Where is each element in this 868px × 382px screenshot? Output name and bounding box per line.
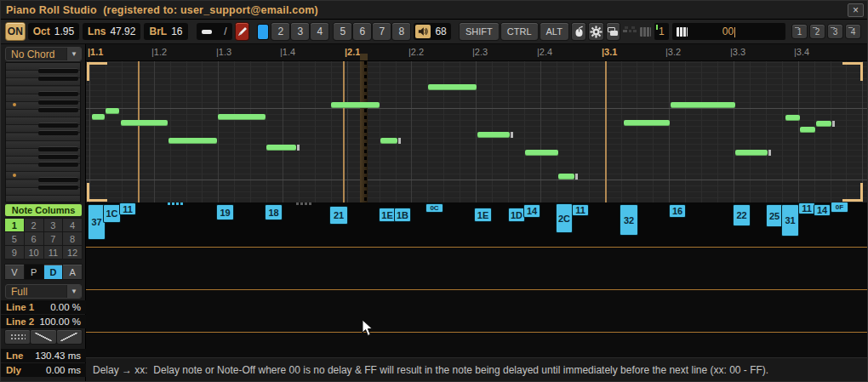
note-column-cell-11[interactable]: 11 (44, 246, 63, 259)
piano-roll-canvas[interactable] (86, 61, 867, 202)
delay-label[interactable]: 2C (557, 204, 572, 232)
black-key[interactable] (38, 107, 78, 112)
note-length-field[interactable]: / (197, 23, 232, 40)
mode-button-v[interactable]: V (5, 265, 24, 279)
playhead-column[interactable] (360, 61, 368, 202)
black-key[interactable] (38, 177, 78, 182)
preset-button-4[interactable]: 4 (846, 25, 860, 38)
delay-label[interactable]: 14 (814, 205, 830, 215)
delay-label[interactable]: 32 (620, 205, 637, 235)
delay-label-row[interactable]: 371C111918211E1B0C1E1D142C11321622253111… (86, 202, 867, 247)
midi-note[interactable] (671, 102, 735, 108)
midi-note[interactable] (624, 120, 670, 126)
note-column-cell-1[interactable]: 1 (5, 219, 24, 231)
delay-label[interactable]: 22 (734, 205, 750, 225)
delay-label[interactable]: 31 (782, 205, 798, 236)
line1-row[interactable]: Line 1 0.00 % (1, 300, 86, 314)
count-button-3[interactable]: 3 (291, 23, 309, 40)
black-key[interactable] (38, 76, 78, 81)
black-key[interactable] (38, 123, 78, 128)
windows-button[interactable] (607, 23, 620, 40)
delay-label[interactable]: 18 (266, 205, 282, 220)
color-swatch-button[interactable] (258, 25, 269, 39)
white-key[interactable] (6, 196, 80, 202)
modifier-button-alt[interactable]: ALT (540, 23, 568, 40)
black-key[interactable] (38, 130, 78, 135)
midi-note[interactable] (785, 115, 800, 121)
volume-field[interactable]: 68 (414, 23, 450, 40)
modifier-button-ctrl[interactable]: CTRL (501, 23, 538, 40)
delay-label[interactable]: 1E (380, 208, 395, 221)
mode-button-p[interactable]: P (25, 265, 43, 279)
automation-lanes[interactable] (86, 247, 867, 357)
preset-button-1[interactable]: 1 (792, 25, 807, 38)
bar-length-field[interactable]: BrL 16 (144, 23, 187, 40)
count-button-2[interactable]: 2 (271, 23, 289, 40)
line2-row[interactable]: Line 2 100.00 % (1, 315, 86, 328)
midi-note[interactable] (428, 84, 477, 90)
delay-label[interactable]: 1B (395, 208, 410, 221)
black-key[interactable] (38, 185, 78, 190)
midi-note[interactable] (525, 150, 558, 156)
note-column-cell-2[interactable]: 2 (25, 219, 43, 231)
chord-select[interactable]: No Chord ▼ (5, 47, 82, 61)
count-button-8[interactable]: 8 (392, 23, 410, 40)
chevron-down-icon[interactable]: ▼ (66, 48, 81, 60)
black-key[interactable] (38, 146, 78, 151)
delay-label[interactable]: 19 (217, 205, 233, 220)
modifier-button-shift[interactable]: SHIFT (460, 23, 499, 40)
note-column-cell-8[interactable]: 8 (63, 232, 82, 245)
speaker-button[interactable] (415, 25, 431, 38)
count-button-6[interactable]: 6 (353, 23, 371, 40)
preset-button-3[interactable]: 3 (828, 25, 842, 38)
midi-note[interactable] (168, 138, 217, 144)
note-column-cell-6[interactable]: 6 (25, 232, 43, 245)
midi-note[interactable] (800, 127, 815, 133)
range-select[interactable]: Full ▼ (5, 284, 82, 299)
delay-label[interactable]: 0F (831, 202, 848, 212)
count-button-5[interactable]: 5 (334, 23, 351, 40)
draw-tool-button[interactable] (236, 23, 249, 40)
delay-label[interactable]: 16 (670, 205, 685, 217)
mode-button-d[interactable]: D (44, 265, 63, 279)
octave-field[interactable]: Oct 1.95 (28, 23, 79, 40)
note-column-cell-12[interactable]: 12 (63, 246, 82, 259)
black-key[interactable] (38, 91, 78, 96)
delay-label[interactable]: 37 (89, 205, 105, 239)
delay-label[interactable]: 11 (799, 203, 814, 214)
midi-note[interactable] (92, 114, 105, 120)
count-button-7[interactable]: 7 (373, 23, 391, 40)
delay-label[interactable]: 11 (120, 203, 135, 214)
delay-label[interactable]: 1E (475, 208, 491, 221)
delay-label[interactable]: 21 (330, 207, 347, 224)
chevron-down-icon[interactable]: ▼ (66, 285, 81, 298)
midi-note[interactable] (266, 145, 296, 151)
midi-note[interactable] (106, 108, 119, 114)
note-column-cell-5[interactable]: 5 (5, 232, 24, 245)
mouse-settings-button[interactable] (572, 23, 585, 40)
mode-button-a[interactable]: A (63, 265, 82, 279)
note-column-cell-4[interactable]: 4 (63, 219, 82, 231)
lines-field[interactable]: Lns 47.92 (83, 23, 140, 40)
delay-label[interactable]: 0C (426, 204, 443, 212)
settings-button[interactable] (589, 23, 602, 40)
black-key[interactable] (38, 162, 78, 167)
preset-button-2[interactable]: 2 (810, 25, 825, 38)
midi-note[interactable] (380, 138, 397, 144)
humanize-button[interactable] (5, 330, 30, 344)
delay-label[interactable]: 25 (767, 205, 782, 226)
black-key[interactable] (38, 100, 78, 105)
delay-label[interactable]: 1D (509, 208, 524, 221)
on-toggle-button[interactable]: ON (6, 23, 25, 40)
delay-label[interactable]: 14 (524, 205, 540, 217)
note-column-cell-10[interactable]: 10 (25, 246, 43, 259)
black-key[interactable] (38, 154, 78, 159)
midi-note[interactable] (477, 132, 510, 138)
midi-note[interactable] (121, 120, 168, 126)
note-column-cell-3[interactable]: 3 (44, 219, 63, 231)
midi-note[interactable] (735, 150, 768, 156)
piano-keyboard[interactable] (5, 62, 81, 202)
midi-note[interactable] (218, 114, 266, 120)
delay-label[interactable]: 11 (573, 205, 588, 215)
delay-label[interactable]: 1C (104, 205, 120, 222)
